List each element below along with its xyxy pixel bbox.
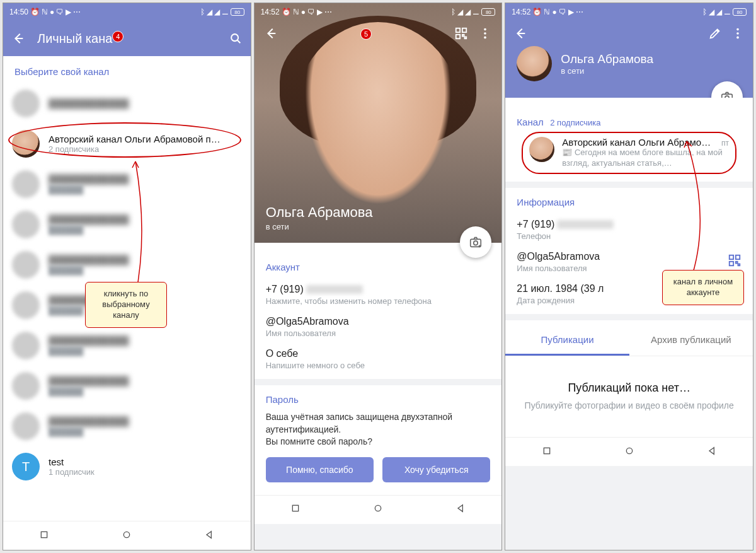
signal-icon: ◢	[214, 8, 220, 16]
chat-icon: 🗨	[56, 8, 64, 16]
avatar	[12, 130, 40, 158]
empty-subtitle: Публикуйте фотографии и видео в своём пр…	[523, 400, 735, 412]
more-icon: ⋯	[576, 8, 583, 16]
annotation-callout: канал в личном аккаунте	[662, 270, 744, 305]
battery-icon: 80	[733, 8, 747, 16]
svg-point-26	[626, 448, 632, 453]
edit-icon[interactable]	[706, 25, 724, 42]
list-item-test[interactable]: T test 1 подписчик	[3, 446, 251, 487]
section-label: Информация	[517, 197, 742, 207]
more-icon[interactable]	[729, 25, 747, 42]
list-item[interactable]: ██████████████████	[3, 245, 251, 285]
more-icon: ⋯	[73, 8, 81, 16]
step-badge: 4	[112, 31, 123, 42]
wifi-icon: ⚊	[222, 8, 229, 16]
profile-status: в сети	[561, 66, 653, 76]
back-icon[interactable]	[9, 30, 27, 47]
channel-title: Авторский канал Ольги Абрамовой п…	[49, 134, 242, 144]
svg-point-15	[736, 28, 739, 31]
password-remember-button[interactable]: Помню, спасибо	[266, 457, 374, 482]
list-item[interactable]: ████████████	[3, 83, 251, 124]
channel-section: Канал 2 подписчика Авторский канал Ольги…	[505, 98, 753, 182]
svg-rect-21	[736, 255, 740, 259]
phone-redacted	[557, 220, 614, 229]
svg-point-17	[736, 37, 739, 39]
status-bar: 14:52 ⏰ ℕ ● 🗨 ▶ ⋯ ᛒ ◢ ◢ ⚊ 80	[255, 3, 502, 21]
nav-recent-icon[interactable]	[542, 446, 552, 458]
nav-back-icon[interactable]	[707, 446, 717, 458]
avatar: T	[12, 453, 40, 480]
svg-rect-22	[730, 262, 733, 265]
list-item[interactable]: ██████████████████	[3, 366, 251, 406]
password-verify-button[interactable]: Хочу убедиться	[382, 457, 490, 482]
page-title: Личный кана	[37, 32, 112, 45]
avatar[interactable]	[517, 46, 552, 81]
nfc-icon: ℕ	[293, 8, 299, 16]
profile-name: Ольга Абрамова	[266, 204, 491, 221]
more-icon[interactable]	[476, 25, 494, 42]
nav-back-icon[interactable]	[455, 503, 466, 516]
chat-icon: ●	[50, 8, 54, 16]
nav-bar	[3, 521, 251, 550]
chat-icon: ●	[301, 8, 306, 16]
profile-hero: 14:52 ⏰ ℕ ● 🗨 ▶ ⋯ ᛒ ◢ ◢ ⚊ 80 5	[255, 3, 502, 243]
svg-point-0	[231, 34, 238, 41]
tab-archive[interactable]: Архив публикаций	[629, 325, 753, 356]
nav-bar	[255, 495, 502, 524]
status-bar: 14:50 ⏰ ℕ ● 🗨 ▶ ⋯ ᛒ ◢ ◢ ⚊ 80	[3, 3, 251, 21]
signal-icon: ◢	[716, 8, 722, 16]
signal-icon: ◢	[465, 8, 471, 16]
nav-back-icon[interactable]	[204, 530, 214, 542]
list-item[interactable]: ██████████████████	[3, 325, 251, 366]
camera-fab[interactable]	[460, 226, 491, 258]
youtube-icon: ▶	[568, 8, 574, 16]
tab-publications[interactable]: Публикации	[505, 325, 629, 356]
section-label: Выберите свой канал	[3, 56, 251, 83]
svg-point-12	[474, 241, 478, 245]
channel-preview: 📰 Сегодня на моем блоге вышла, на мой вз…	[562, 148, 729, 169]
channel-subscribers: 2 подписчика	[49, 144, 242, 154]
nav-home-icon[interactable]	[373, 503, 383, 516]
screen-channel-list: 14:50 ⏰ ℕ ● 🗨 ▶ ⋯ ᛒ ◢ ◢ ⚊ 80 Личный кана…	[3, 3, 251, 550]
channel-title: Авторский канал Ольги Абрамо…	[562, 137, 718, 148]
back-icon[interactable]	[512, 25, 529, 42]
svg-point-14	[375, 506, 381, 511]
app-bar: Личный кана4	[3, 21, 251, 56]
svg-point-9	[484, 32, 487, 35]
section-label: Канал	[517, 117, 543, 127]
nav-home-icon[interactable]	[122, 530, 132, 542]
channel-subs-link[interactable]: 2 подписчика	[550, 118, 600, 127]
password-section: Пароль Ваша учётная запись защищена двух…	[255, 385, 502, 495]
nfc-icon: ℕ	[544, 8, 550, 16]
about-field[interactable]: О себе Напишите немного о себе	[266, 343, 491, 375]
qr-icon[interactable]	[452, 25, 470, 42]
qr-icon[interactable]	[728, 253, 742, 270]
phone-field[interactable]: +7 (919) Телефон	[517, 214, 742, 246]
signal-icon: ◢	[457, 8, 463, 16]
svg-point-2	[124, 532, 130, 537]
screen-account-settings: 14:52 ⏰ ℕ ● 🗨 ▶ ⋯ ᛒ ◢ ◢ ⚊ 80 5	[254, 3, 503, 550]
svg-point-10	[484, 37, 487, 39]
back-icon[interactable]	[262, 25, 280, 42]
username-field[interactable]: @Olga5Abramova Имя пользователя	[266, 311, 491, 343]
nav-home-icon[interactable]	[624, 446, 634, 458]
alarm-icon: ⏰	[532, 8, 542, 16]
list-item[interactable]: ██████████████████	[3, 164, 251, 204]
list-item[interactable]: ██████████████████	[3, 204, 251, 245]
status-time: 14:52	[512, 8, 530, 16]
phone-field[interactable]: +7 (919) Нажмите, чтобы изменить номер т…	[266, 279, 491, 311]
svg-rect-23	[736, 262, 738, 264]
profile-status: в сети	[266, 222, 491, 231]
channel-day: пт	[721, 139, 729, 148]
youtube-icon: ▶	[317, 8, 323, 16]
youtube-icon: ▶	[66, 8, 71, 16]
annotation-callout: кликнуть по выбранному каналу	[85, 282, 167, 328]
avatar	[529, 137, 554, 162]
channel-row[interactable]: Авторский канал Ольги Абрамо… пт 📰 Сегод…	[522, 132, 736, 174]
list-item-author-channel[interactable]: Авторский канал Ольги Абрамовой п… 2 под…	[3, 124, 251, 164]
search-icon[interactable]	[227, 30, 244, 47]
nav-recent-icon[interactable]	[290, 503, 301, 516]
list-item[interactable]: ██████████████████	[3, 406, 251, 446]
alarm-icon: ⏰	[30, 8, 40, 16]
nav-recent-icon[interactable]	[39, 530, 49, 542]
